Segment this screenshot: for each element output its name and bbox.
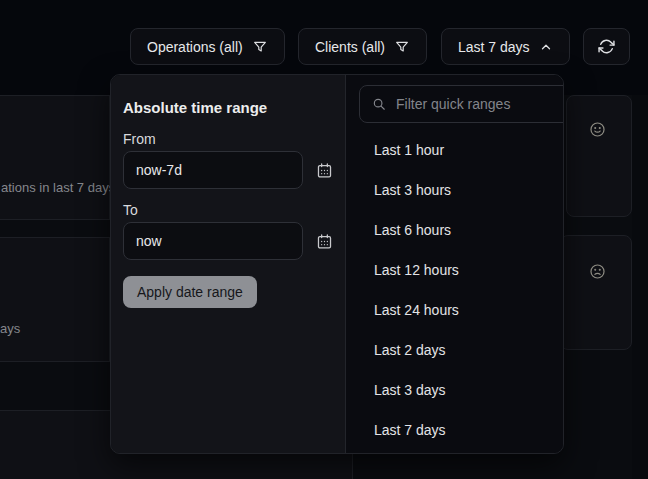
filter-funnel-icon bbox=[252, 39, 268, 55]
operations-filter-button[interactable]: Operations (all) bbox=[130, 28, 285, 65]
quick-range-item[interactable]: Last 3 days bbox=[359, 370, 564, 410]
background-card-right-top bbox=[566, 95, 632, 217]
time-picker-dropdown: Absolute time range From bbox=[110, 74, 564, 454]
to-input-row bbox=[123, 222, 333, 260]
search-icon bbox=[372, 97, 386, 111]
filter-funnel-icon bbox=[394, 39, 410, 55]
quick-ranges-list: Last 1 hourLast 3 hoursLast 6 hoursLast … bbox=[359, 130, 564, 450]
quick-ranges-pane: Last 1 hourLast 3 hoursLast 6 hoursLast … bbox=[345, 75, 564, 453]
to-input[interactable] bbox=[123, 222, 303, 260]
smiley-sad-icon bbox=[589, 263, 606, 280]
quick-range-item[interactable]: Last 3 hours bbox=[359, 170, 564, 210]
background-card-left-middle bbox=[0, 237, 110, 362]
quick-ranges-filter-input[interactable] bbox=[394, 95, 564, 113]
quick-range-item[interactable]: Last 12 hours bbox=[359, 250, 564, 290]
quick-range-item[interactable]: Last 6 hours bbox=[359, 210, 564, 250]
time-range-label: Last 7 days bbox=[458, 39, 530, 55]
background-card-caption: ays bbox=[0, 322, 20, 336]
smiley-happy-icon bbox=[589, 121, 606, 138]
chevron-up-icon bbox=[539, 40, 553, 54]
background-card-right-bottom bbox=[560, 235, 632, 350]
right-margin-strip bbox=[632, 95, 648, 479]
quick-range-item[interactable]: Last 1 hour bbox=[359, 130, 564, 170]
calendar-icon[interactable] bbox=[316, 162, 333, 179]
refresh-button[interactable] bbox=[583, 28, 630, 65]
from-label: From bbox=[123, 130, 333, 148]
absolute-time-range-title: Absolute time range bbox=[123, 98, 333, 118]
calendar-icon[interactable] bbox=[316, 233, 333, 250]
time-range-button[interactable]: Last 7 days bbox=[441, 28, 570, 65]
apply-date-range-button[interactable]: Apply date range bbox=[123, 276, 257, 308]
quick-range-item[interactable]: Last 7 days bbox=[359, 410, 564, 450]
from-input-row bbox=[123, 151, 333, 189]
refresh-icon bbox=[598, 38, 615, 55]
background-card-caption: ations in last 7 days bbox=[1, 181, 115, 195]
background-card-left-top bbox=[0, 95, 110, 220]
from-input[interactable] bbox=[123, 151, 303, 189]
quick-range-item[interactable]: Last 24 hours bbox=[359, 290, 564, 330]
app-root: ations in last 7 days ays Operations (al… bbox=[0, 0, 648, 479]
quick-range-item[interactable]: Last 2 days bbox=[359, 330, 564, 370]
clients-filter-button[interactable]: Clients (all) bbox=[298, 28, 427, 65]
operations-filter-label: Operations (all) bbox=[147, 39, 243, 55]
absolute-time-range-pane: Absolute time range From bbox=[111, 75, 345, 453]
clients-filter-label: Clients (all) bbox=[315, 39, 385, 55]
to-label: To bbox=[123, 201, 333, 219]
quick-ranges-search[interactable] bbox=[359, 85, 564, 123]
